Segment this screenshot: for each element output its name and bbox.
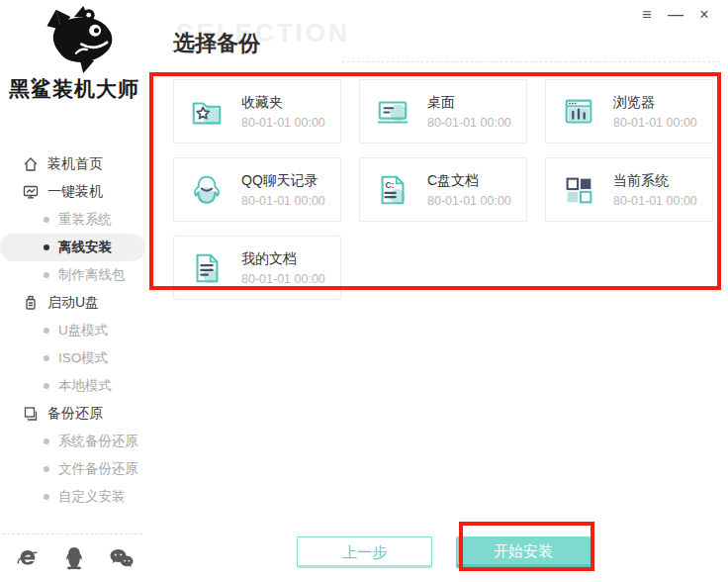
sidebar-item-backup-restore[interactable]: 备份还原	[0, 400, 148, 428]
sidebar-item-label: 离线安装	[58, 239, 112, 256]
title-divider	[342, 61, 720, 62]
favorites-folder-icon	[189, 94, 225, 130]
card-label: C盘文档	[427, 172, 511, 190]
main-content: SELECTION 选择备份 收藏夹 80-01-01 00:00	[148, 0, 728, 582]
bullet-icon	[44, 217, 49, 223]
sidebar-item-label: 一键装机	[47, 183, 103, 201]
sidebar-item-custom-install[interactable]: 自定义安装	[0, 483, 148, 511]
desktop-icon	[375, 94, 410, 130]
app-logo: 黑鲨装机大师	[0, 6, 148, 103]
sidebar-item-label: 备份还原	[47, 405, 103, 423]
backup-card-c-drive-docs[interactable]: C: C盘文档 80-01-01 00:00	[359, 157, 527, 222]
bullet-icon	[44, 355, 49, 361]
sidebar-item-label: 文件备份还原	[58, 460, 138, 478]
current-system-icon	[561, 172, 596, 208]
card-label: 当前系统	[613, 172, 697, 190]
bullet-icon	[44, 272, 49, 278]
sidebar-item-file-backup-restore[interactable]: 文件备份还原	[0, 455, 148, 483]
qq-penguin-icon	[189, 172, 225, 208]
bullet-icon	[44, 244, 49, 250]
svg-text:C:: C:	[385, 180, 394, 190]
card-date: 80-01-01 00:00	[241, 194, 325, 208]
bullet-icon	[44, 494, 49, 500]
my-documents-icon	[189, 250, 225, 286]
backup-card-my-documents[interactable]: 我的文档 80-01-01 00:00	[173, 236, 341, 300]
usb-drive-icon	[23, 295, 39, 311]
wechat-icon[interactable]	[109, 546, 135, 570]
sidebar-item-system-backup-restore[interactable]: 系统备份还原	[0, 428, 148, 455]
sidebar-item-one-key-install[interactable]: 一键装机	[0, 178, 148, 206]
sidebar-item-label: 系统备份还原	[58, 433, 138, 450]
card-label: 收藏夹	[241, 94, 325, 112]
sidebar-item-boot-usb[interactable]: 启动U盘	[0, 289, 148, 317]
sidebar-item-usb-mode[interactable]: U盘模式	[0, 317, 148, 344]
bullet-icon	[44, 383, 49, 389]
window-controls: ≡ — ×	[639, 4, 712, 26]
qq-icon[interactable]	[63, 546, 85, 570]
bullet-icon	[44, 328, 49, 334]
backup-card-current-system[interactable]: 当前系统 80-01-01 00:00	[545, 157, 713, 222]
backup-card-qq-history[interactable]: QQ聊天记录 80-01-01 00:00	[173, 157, 341, 222]
sidebar-item-offline-install[interactable]: 离线安装	[0, 234, 145, 261]
app-window: ≡ — × 黑鲨装机大师	[0, 0, 728, 582]
menu-icon[interactable]: ≡	[639, 4, 655, 26]
card-label: 桌面	[427, 94, 511, 112]
sidebar-item-label: 本地模式	[58, 377, 112, 395]
sidebar-item-label: 自定义安装	[58, 488, 126, 506]
app-name: 黑鲨装机大师	[0, 75, 148, 103]
page-title: 选择备份	[173, 29, 260, 58]
sidebar-item-label: U盘模式	[58, 322, 108, 340]
backup-cards-grid: 收藏夹 80-01-01 00:00 桌面 80-01-01 00:00	[173, 79, 721, 300]
shark-logo-icon	[29, 6, 120, 73]
card-label: 我的文档	[241, 250, 325, 268]
previous-step-button[interactable]: 上一步	[297, 536, 432, 568]
card-label: 浏览器	[613, 94, 697, 112]
backup-restore-icon	[23, 406, 39, 422]
sidebar-item-label: 重装系统	[58, 211, 112, 229]
start-install-button[interactable]: 开始安装	[456, 536, 591, 568]
backup-card-desktop[interactable]: 桌面 80-01-01 00:00	[359, 79, 527, 144]
sidebar: 黑鲨装机大师 装机首页 一键装机 重装系统	[0, 0, 148, 582]
sidebar-item-home[interactable]: 装机首页	[0, 150, 148, 178]
backup-card-browser[interactable]: 浏览器 80-01-01 00:00	[545, 79, 713, 144]
browser-icon	[561, 94, 596, 130]
card-date: 80-01-01 00:00	[427, 116, 511, 130]
ie-icon[interactable]	[16, 546, 40, 570]
sidebar-item-label: 装机首页	[47, 155, 103, 173]
sidebar-nav: 装机首页 一键装机 重装系统 离线安装 制作离线包	[0, 150, 148, 511]
sidebar-item-iso-mode[interactable]: ISO模式	[0, 344, 148, 372]
c-drive-doc-icon: C:	[375, 172, 410, 208]
sidebar-item-label: ISO模式	[58, 349, 108, 367]
bullet-icon	[44, 438, 49, 444]
close-icon[interactable]: ×	[696, 4, 712, 26]
monitor-chart-icon	[23, 184, 39, 200]
minimize-icon[interactable]: —	[668, 4, 683, 26]
card-date: 80-01-01 00:00	[613, 116, 697, 130]
sidebar-item-reinstall-system[interactable]: 重装系统	[0, 206, 148, 234]
backup-card-favorites[interactable]: 收藏夹 80-01-01 00:00	[173, 79, 341, 144]
card-label: QQ聊天记录	[241, 172, 325, 190]
card-date: 80-01-01 00:00	[427, 194, 511, 208]
card-date: 80-01-01 00:00	[241, 116, 325, 130]
sidebar-footer	[2, 534, 142, 574]
card-date: 80-01-01 00:00	[241, 272, 325, 286]
home-icon	[23, 156, 39, 172]
sidebar-item-label: 启动U盘	[47, 294, 99, 312]
sidebar-item-make-offline-pack[interactable]: 制作离线包	[0, 261, 148, 289]
bullet-icon	[44, 466, 49, 472]
card-date: 80-01-01 00:00	[613, 194, 697, 208]
sidebar-item-local-mode[interactable]: 本地模式	[0, 372, 148, 400]
sidebar-item-label: 制作离线包	[58, 266, 126, 284]
